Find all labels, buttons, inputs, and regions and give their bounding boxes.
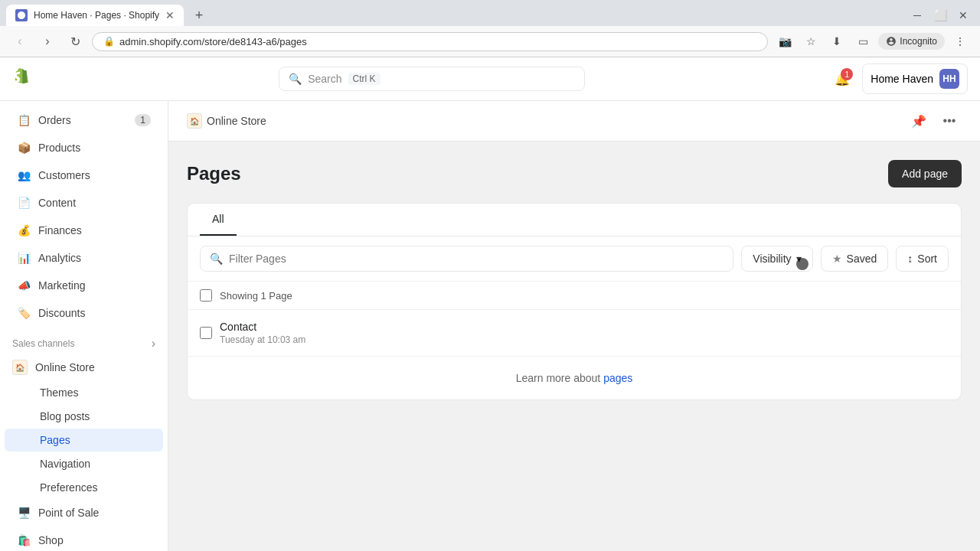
online-store-label: Online Store bbox=[35, 361, 95, 373]
themes-label: Themes bbox=[40, 386, 79, 399]
reload-button[interactable]: ↻ bbox=[64, 31, 86, 52]
sidebar-item-pages[interactable]: Pages bbox=[5, 429, 163, 452]
tab-title: Home Haven · Pages · Shopify bbox=[34, 10, 159, 21]
content-icon: 📄 bbox=[17, 196, 31, 210]
minimize-button[interactable]: ─ bbox=[906, 5, 928, 26]
card-tabs: All bbox=[188, 204, 961, 236]
search-icon: 🔍 bbox=[289, 73, 302, 85]
online-store-subnav: Themes Blog posts Pages Navigation Prefe… bbox=[0, 381, 168, 499]
forward-button[interactable]: › bbox=[37, 31, 58, 52]
app-layout: 📋 Orders 1 📦 Products 👥 Customers 📄 Cont… bbox=[0, 101, 980, 551]
sidebar-item-finances-label: Finances bbox=[38, 224, 82, 236]
shopify-logo[interactable] bbox=[12, 68, 34, 90]
visibility-filter-button[interactable]: Visibility ▾ bbox=[741, 246, 812, 272]
sidebar-item-marketing-label: Marketing bbox=[38, 279, 85, 292]
sidebar-item-point-of-sale[interactable]: 🖥️ Point of Sale bbox=[5, 500, 163, 526]
pos-icon: 🖥️ bbox=[17, 506, 31, 520]
filter-pages-input[interactable] bbox=[229, 253, 724, 265]
learn-more-section: Learn more about pages bbox=[188, 357, 961, 399]
saved-label: Saved bbox=[847, 253, 877, 265]
add-page-button[interactable]: Add page bbox=[888, 160, 962, 187]
tab-all-label: All bbox=[212, 213, 224, 225]
sidebar-item-themes[interactable]: Themes bbox=[5, 381, 163, 404]
address-bar[interactable]: 🔒 admin.shopify.com/store/de8143-a6/page… bbox=[92, 32, 768, 51]
download-icon[interactable]: ⬇ bbox=[826, 31, 848, 52]
store-avatar: HH bbox=[939, 69, 959, 89]
back-button[interactable]: ‹ bbox=[9, 31, 31, 52]
navigation-label: Navigation bbox=[40, 458, 90, 470]
sidebar-item-orders[interactable]: 📋 Orders 1 bbox=[5, 107, 163, 133]
sidebar-item-navigation[interactable]: Navigation bbox=[5, 452, 163, 475]
browser-tab[interactable]: Home Haven · Pages · Shopify ✕ bbox=[6, 5, 184, 26]
search-shortcut-badge: Ctrl K bbox=[348, 73, 381, 85]
sort-button[interactable]: ↕ Sort bbox=[896, 246, 949, 272]
sidebar-item-orders-label: Orders bbox=[38, 114, 71, 126]
sidebar-item-analytics-label: Analytics bbox=[38, 252, 81, 264]
sidebar-item-discounts[interactable]: 🏷️ Discounts bbox=[5, 300, 163, 326]
sidebar-item-blog-posts[interactable]: Blog posts bbox=[5, 405, 163, 428]
saved-star-icon: ★ bbox=[832, 253, 842, 265]
filter-bar: 🔍 Visibility ▾ ★ Saved ↕ Sort bbox=[188, 236, 961, 282]
showing-label: Showing 1 Page bbox=[220, 290, 292, 302]
app-header: 🔍 Search Ctrl K 🔔 1 Home Haven HH bbox=[0, 57, 980, 101]
row-checkbox[interactable] bbox=[200, 327, 212, 339]
orders-icon: 📋 bbox=[17, 113, 31, 127]
products-icon: 📦 bbox=[17, 141, 31, 155]
new-tab-button[interactable]: + bbox=[188, 5, 210, 26]
customers-icon: 👥 bbox=[17, 168, 31, 182]
sales-channels-expand-icon[interactable]: › bbox=[152, 337, 155, 350]
camera-icon[interactable]: 📷 bbox=[774, 31, 795, 52]
pin-button[interactable]: 📌 bbox=[906, 109, 931, 133]
close-tab-button[interactable]: ✕ bbox=[165, 9, 175, 21]
close-button[interactable]: ✕ bbox=[952, 5, 974, 26]
sidebar: 📋 Orders 1 📦 Products 👥 Customers 📄 Cont… bbox=[0, 101, 168, 551]
search-container: 🔍 Search Ctrl K bbox=[279, 67, 585, 91]
saved-button[interactable]: ★ Saved bbox=[821, 246, 889, 272]
store-switcher-button[interactable]: Home Haven HH bbox=[862, 64, 968, 94]
sidebar-item-marketing[interactable]: 📣 Marketing bbox=[5, 272, 163, 298]
more-options-button[interactable]: ••• bbox=[937, 109, 962, 133]
sidebar-item-content[interactable]: 📄 Content bbox=[5, 190, 163, 216]
learn-more-link[interactable]: pages bbox=[603, 372, 632, 384]
sidebar-item-preferences[interactable]: Preferences bbox=[5, 476, 163, 499]
select-all-checkbox[interactable] bbox=[200, 289, 212, 302]
table-header: Showing 1 Page bbox=[188, 282, 961, 310]
notification-badge: 1 bbox=[841, 68, 853, 80]
shop-icon: 🛍️ bbox=[17, 533, 31, 547]
row-info: Contact Tuesday at 10:03 am bbox=[220, 321, 305, 345]
lock-icon: 🔒 bbox=[103, 36, 115, 47]
online-store-breadcrumb: 🏠 Online Store bbox=[187, 113, 266, 129]
bookmark-icon[interactable]: ☆ bbox=[800, 31, 822, 52]
sort-label: Sort bbox=[917, 253, 937, 265]
sidebar-item-customers[interactable]: 👥 Customers bbox=[5, 162, 163, 188]
filter-input-container[interactable]: 🔍 bbox=[200, 246, 733, 272]
page-title: Pages bbox=[187, 163, 241, 184]
sidebar-item-finances[interactable]: 💰 Finances bbox=[5, 217, 163, 243]
table-row[interactable]: Contact Tuesday at 10:03 am bbox=[188, 310, 961, 357]
sales-channels-label: Sales channels bbox=[12, 338, 74, 349]
sidebar-item-products[interactable]: 📦 Products bbox=[5, 135, 163, 161]
notification-button[interactable]: 🔔 1 bbox=[830, 67, 854, 91]
learn-more-text: Learn more about bbox=[516, 372, 603, 384]
sidebar-item-content-label: Content bbox=[38, 197, 76, 209]
blog-posts-label: Blog posts bbox=[40, 410, 90, 422]
visibility-label: Visibility bbox=[753, 253, 791, 265]
online-store-icon: 🏠 bbox=[12, 360, 28, 375]
sidebar-item-analytics[interactable]: 📊 Analytics bbox=[5, 245, 163, 271]
preferences-label: Preferences bbox=[40, 481, 97, 494]
incognito-label: Incognito bbox=[900, 36, 937, 47]
incognito-button[interactable]: Incognito bbox=[878, 33, 945, 50]
tab-all[interactable]: All bbox=[200, 204, 237, 236]
more-button[interactable]: ⋮ bbox=[949, 31, 971, 52]
app-header-left bbox=[12, 68, 34, 90]
sidebar-item-online-store[interactable]: 🏠 Online Store bbox=[0, 354, 168, 381]
sidebar-item-customers-label: Customers bbox=[38, 169, 90, 181]
sidebar-item-shop[interactable]: 🛍️ Shop bbox=[5, 527, 163, 551]
sidebar-icon[interactable]: ▭ bbox=[852, 31, 874, 52]
breadcrumb-label: Online Store bbox=[207, 115, 266, 127]
filter-search-icon: 🔍 bbox=[210, 253, 223, 265]
shopify-icon bbox=[12, 68, 34, 90]
pages-label: Pages bbox=[40, 434, 70, 446]
maximize-button[interactable]: ⬜ bbox=[929, 5, 951, 26]
global-search-box[interactable]: 🔍 Search Ctrl K bbox=[279, 67, 585, 91]
